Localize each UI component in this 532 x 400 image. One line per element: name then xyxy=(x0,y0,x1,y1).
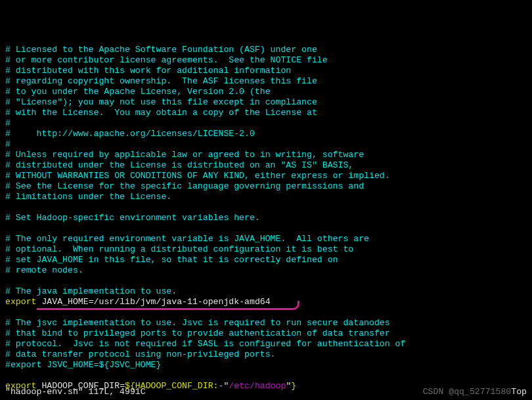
keyword-export: export xyxy=(5,297,36,307)
comment-line: # distributed under the License is distr… xyxy=(5,160,353,170)
comment-line: # set JAVA_HOME in this file, so that it… xyxy=(5,255,338,265)
watermark-text: CSDN @qq_52771580 xyxy=(423,387,512,397)
comment-line: # http://www.apache.org/licenses/LICENSE… xyxy=(5,129,255,139)
comment-line: #export JSVC_HOME=${JSVC_HOME} xyxy=(5,360,161,370)
comment-line: # Licensed to the Apache Software Founda… xyxy=(5,45,317,55)
comment-line: # xyxy=(5,139,11,149)
export-java-home-line: export JAVA_HOME=/usr/lib/jvm/java-11-op… xyxy=(5,297,271,307)
comment-line: # The java implementation to use. xyxy=(5,286,177,296)
comment-line: # that bind to privileged ports to provi… xyxy=(5,328,390,338)
comment-line: # The only required environment variable… xyxy=(5,234,369,244)
comment-line: # distributed with this work for additio… xyxy=(5,66,291,76)
comment-line: # data transfer protocol using non-privi… xyxy=(5,349,276,359)
comment-line: # with the License. You may obtain a cop… xyxy=(5,108,317,118)
comment-line: # Unless required by applicable law or a… xyxy=(5,150,364,160)
comment-line: # limitations under the License. xyxy=(5,192,171,202)
comment-line: # or more contributor license agreements… xyxy=(5,55,328,65)
comment-line: # See the License for the specific langu… xyxy=(5,181,364,191)
status-right-group: CSDN @qq_52771580Top xyxy=(423,387,527,397)
status-position: Top xyxy=(511,387,527,397)
comment-line: # "License"); you may not use this file … xyxy=(5,97,317,107)
var-java-home: JAVA_HOME xyxy=(41,297,88,307)
comment-line: # WITHOUT WARRANTIES OR CONDITIONS OF AN… xyxy=(5,171,390,181)
comment-line: # optional. When running a distributed c… xyxy=(5,244,353,254)
equals-sign: = xyxy=(89,297,94,307)
comment-line: # to you under the Apache License, Versi… xyxy=(5,87,271,97)
comment-line: # xyxy=(5,118,11,128)
comment-line: # remote nodes. xyxy=(5,265,83,275)
java-home-path: /usr/lib/jvm/java-11-openjdk-amd64 xyxy=(94,297,271,307)
status-file-info: "hadoop-env.sh" 117L, 4991C xyxy=(5,387,146,397)
comment-line: # Set Hadoop-specific environment variab… xyxy=(5,213,260,223)
terminal-editor-content[interactable]: # Licensed to the Apache Software Founda… xyxy=(5,45,527,400)
comment-line: # regarding copyright ownership. The ASF… xyxy=(5,76,317,86)
comment-line: # The jsvc implementation to use. Jsvc i… xyxy=(5,318,390,328)
comment-line: # protocol. Jsvc is not required if SASL… xyxy=(5,339,405,349)
vim-status-line: "hadoop-env.sh" 117L, 4991C CSDN @qq_527… xyxy=(5,387,527,397)
